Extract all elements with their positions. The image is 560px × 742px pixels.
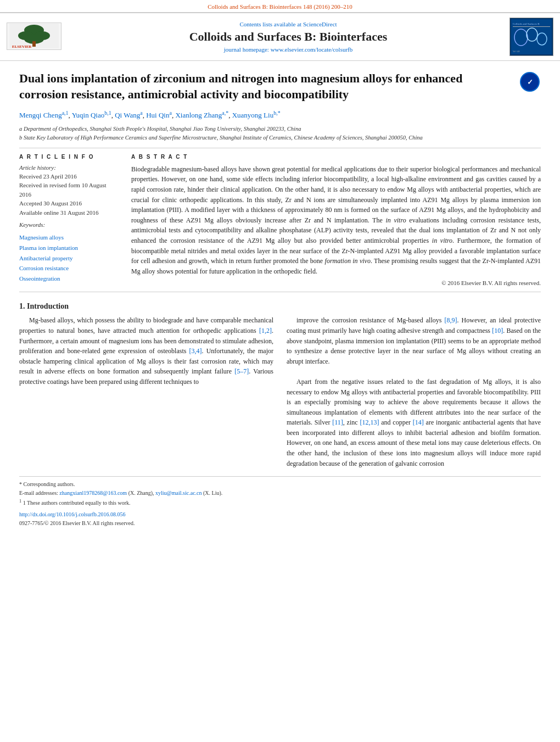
- sciencedirect-link[interactable]: ScienceDirect: [303, 21, 337, 27]
- author-xuanyong: Xuanyong Liu: [232, 111, 273, 120]
- svg-text:Vol 148: Vol 148: [513, 50, 519, 53]
- keywords-label: Keywords:: [19, 221, 118, 228]
- equal-contribution-note: 1 1 These authors contributed equally to…: [19, 498, 541, 507]
- homepage-link[interactable]: www.elsevier.com/locate/colsurfb: [271, 46, 353, 53]
- email-note: E-mail addresses: zhangxianl1978268@163.…: [19, 489, 541, 498]
- intro-col-left: Mg-based alloys, which possess the abili…: [19, 315, 273, 468]
- ref-14[interactable]: [14]: [413, 419, 424, 426]
- keyword-2[interactable]: Plasma ion implantation: [19, 243, 118, 253]
- journal-homepage: journal homepage: www.elsevier.com/locat…: [83, 46, 493, 53]
- introduction-section: 1. Introduction Mg-based alloys, which p…: [19, 302, 541, 468]
- keywords-list: Magnesium alloys Plasma ion implantation…: [19, 232, 118, 283]
- journal-header: ELSEVIER Contents lists available at Sci…: [0, 12, 560, 61]
- article-history-section: Article history: Received 23 April 2016 …: [19, 164, 118, 217]
- intro-heading: 1. Introduction: [19, 302, 541, 311]
- affiliations: a Department of Orthopedics, Shanghai Si…: [19, 125, 541, 142]
- article-title: Dual ions implantation of zirconium and …: [19, 71, 512, 102]
- ref-10[interactable]: [10]: [492, 327, 503, 334]
- keyword-3[interactable]: Antibacterial property: [19, 253, 118, 264]
- italic-in-vitro-2: in vitro: [432, 237, 452, 244]
- intro-col-right: improve the corrosion resistance of Mg-b…: [287, 315, 541, 468]
- email-zhang[interactable]: zhangxianl1978268@163.com: [59, 490, 127, 496]
- received-date-1: Received 23 April 2016: [19, 173, 77, 180]
- svg-text:Colloids and Surfaces B: Colloids and Surfaces B: [513, 23, 540, 25]
- received-date-2: Received in revised form 10 August 2016: [19, 182, 107, 198]
- ref-12-13[interactable]: [12,13]: [360, 419, 379, 426]
- author-mengqi: Mengqi Cheng: [19, 111, 62, 120]
- doi-link[interactable]: http://dx.doi.org/10.1016/j.colsurfb.201…: [19, 510, 541, 519]
- affiliation-a: a Department of Orthopedics, Shanghai Si…: [19, 125, 541, 133]
- crossmark-badge[interactable]: ✓: [519, 71, 541, 93]
- journal-cover-image: Colloids and Surfaces B Vol 148: [499, 18, 553, 56]
- authors-line: Mengqi Chenga,1, Yuqin Qiaob,1, Qi Wanga…: [19, 109, 541, 121]
- crossmark-icon: ✓: [520, 72, 540, 92]
- abstract-heading: A B S T R A C T: [131, 154, 541, 160]
- keywords-section: Keywords: Magnesium alloys Plasma ion im…: [19, 221, 118, 283]
- journal-citation: Colloids and Surfaces B: Biointerfaces 1…: [0, 0, 560, 12]
- copyright-text: © 2016 Elsevier B.V. All rights reserved…: [131, 280, 541, 286]
- article-footer: * Corresponding authors. E-mail addresse…: [19, 476, 541, 527]
- ref-5-7[interactable]: [5–7]: [234, 367, 249, 375]
- corresponding-authors-note: * Corresponding authors.: [19, 480, 541, 489]
- keyword-1[interactable]: Magnesium alloys: [19, 232, 118, 243]
- elsevier-tree-image: ELSEVIER: [7, 23, 61, 50]
- ref-1-2[interactable]: [1,2]: [259, 327, 272, 334]
- email-liu[interactable]: xyliu@mail.sic.ac.cn: [155, 490, 201, 496]
- author-yuqin: Yuqin Qiao: [72, 111, 105, 120]
- section-divider: [19, 148, 541, 148]
- intro-paragraph-1: Mg-based alloys, which possess the abili…: [19, 315, 273, 387]
- intro-divider: [19, 292, 541, 292]
- keyword-5[interactable]: Osseointegration: [19, 274, 118, 284]
- svg-text:✓: ✓: [527, 78, 533, 86]
- main-content: Dual ions implantation of zirconium and …: [0, 61, 560, 538]
- affiliation-b: b State Key Laboratory of High Performan…: [19, 133, 541, 142]
- journal-info-center: Contents lists available at ScienceDirec…: [83, 21, 493, 53]
- author-xianlong: Xianlong Zhang: [175, 111, 222, 120]
- article-info-heading: A R T I C L E I N F O: [19, 154, 118, 160]
- ref-8-9[interactable]: [8,9]: [445, 316, 457, 324]
- svg-rect-10: [513, 26, 550, 27]
- keyword-4[interactable]: Corrosion resistance: [19, 263, 118, 274]
- accepted-date: Accepted 30 August 2016: [19, 200, 82, 207]
- abstract-column: A B S T R A C T Biodegradable magnesium-…: [131, 154, 541, 287]
- elsevier-logo-section: ELSEVIER: [7, 23, 78, 52]
- italic-in-vitro-1: in vitro: [385, 216, 406, 224]
- intro-body-columns: Mg-based alloys, which possess the abili…: [19, 315, 541, 468]
- svg-rect-5: [32, 41, 36, 47]
- contents-available-text: Contents lists available at ScienceDirec…: [83, 21, 493, 27]
- formation-text: formation: [506, 237, 532, 244]
- author-hui: Hui Qin: [146, 111, 169, 120]
- doi-line: http://dx.doi.org/10.1016/j.colsurfb.201…: [19, 510, 541, 519]
- intro-paragraph-3: Apart from the negative issues related t…: [287, 377, 541, 468]
- cover-thumbnail: Colloids and Surfaces B Vol 148: [509, 18, 553, 56]
- author-qi: Qi Wang: [115, 111, 140, 120]
- journal-title: Colloids and Surfaces B: Biointerfaces: [83, 30, 493, 44]
- available-date: Available online 31 August 2016: [19, 209, 99, 216]
- article-info-column: A R T I C L E I N F O Article history: R…: [19, 154, 118, 287]
- svg-text:ELSEVIER: ELSEVIER: [12, 44, 32, 48]
- ref-3-4[interactable]: [3,4]: [189, 347, 202, 355]
- intro-paragraph-2: improve the corrosion resistance of Mg-b…: [287, 315, 541, 366]
- ref-11[interactable]: [11]: [332, 419, 343, 426]
- issn-copyright: 0927-7765/© 2016 Elsevier B.V. All right…: [19, 519, 541, 528]
- italic-in-vivo: formation in vivo: [325, 257, 371, 265]
- article-info-abstract-section: A R T I C L E I N F O Article history: R…: [19, 154, 541, 287]
- article-history-label: Article history:: [19, 164, 118, 171]
- article-title-section: Dual ions implantation of zirconium and …: [19, 71, 541, 102]
- abstract-text: Biodegradable magnesium-based alloys hav…: [131, 164, 541, 277]
